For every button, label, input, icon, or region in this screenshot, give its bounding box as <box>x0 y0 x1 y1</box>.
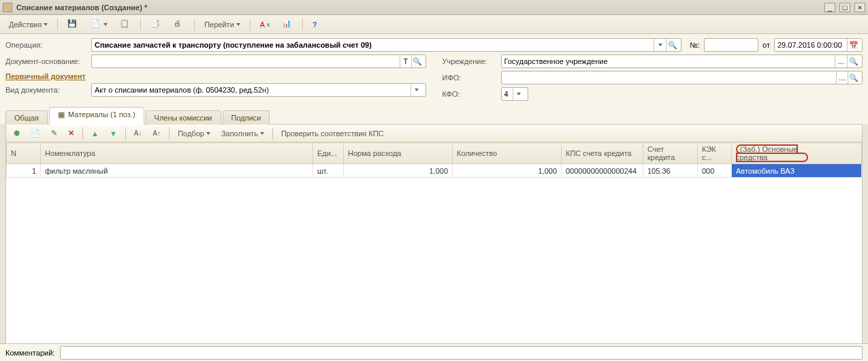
number-label: №: <box>690 41 700 49</box>
cell-n[interactable]: 1 <box>7 164 41 178</box>
help-icon: ? <box>312 20 317 29</box>
search-icon[interactable]: 🔍 <box>847 55 859 67</box>
tab-general[interactable]: Общая <box>5 110 48 125</box>
chevron-down-icon <box>206 132 210 135</box>
kfo-select[interactable]: 4 <box>501 87 528 101</box>
comment-label: Комментарий: <box>5 349 54 357</box>
goto-menu[interactable]: Перейти <box>199 17 245 32</box>
date-value: 29.07.2016 0:00:00 <box>777 41 847 49</box>
col-acct[interactable]: Счет кредита <box>643 143 698 164</box>
help-button[interactable]: ? <box>308 17 322 32</box>
col-asset[interactable]: (Заб.) Основные средства <box>732 143 862 164</box>
docbase-label: Документ-основание: <box>5 57 87 65</box>
col-nomen[interactable]: Номенклатура <box>41 143 313 164</box>
separator <box>169 127 170 140</box>
tab-materials[interactable]: ▦ Материалы (1 поз.) <box>49 107 144 125</box>
tab-commission[interactable]: Члены комиссии <box>146 110 221 125</box>
number-input[interactable] <box>704 38 758 52</box>
save-button[interactable]: 💾 <box>63 17 83 32</box>
move-down-button[interactable]: ▼ <box>105 126 122 141</box>
materials-grid[interactable]: N Номенклатура Еди... Норма расхода Коли… <box>6 142 862 349</box>
report-button[interactable]: 📊 <box>277 17 298 32</box>
cell-norm[interactable]: 1,000 <box>344 164 453 178</box>
date-input[interactable]: 29.07.2016 0:00:00 📅 <box>774 38 863 52</box>
copy-icon: 📑 <box>150 19 161 30</box>
tab-body: ⊕ 📄 ✎ ✕ ▲ ▼ A↓ A↑ Подбор Заполнить Прове… <box>5 124 863 350</box>
comment-input[interactable] <box>60 346 863 360</box>
col-kps[interactable]: КПС счета кредита <box>562 143 643 164</box>
search-icon[interactable]: 🔍 <box>666 39 678 51</box>
operation-select[interactable]: Списание запчастей к транспорту (поступл… <box>91 38 681 52</box>
chevron-down-icon[interactable] <box>411 84 423 96</box>
more-icon[interactable]: … <box>836 72 848 84</box>
cell-qty[interactable]: 1,000 <box>453 164 562 178</box>
close-button[interactable]: × <box>854 3 865 12</box>
actions-label: Действия <box>9 20 42 29</box>
doctype-select[interactable]: Акт о списании материалов (ф. 0504230, р… <box>91 83 426 97</box>
search-icon[interactable]: 🔍 <box>411 55 423 67</box>
tab-signatures[interactable]: Подписи <box>223 110 270 125</box>
save-icon: 💾 <box>67 19 78 30</box>
cell-unit[interactable]: шт. <box>313 164 344 178</box>
separator <box>140 18 141 31</box>
more-icon[interactable]: … <box>835 55 847 67</box>
calendar-icon[interactable]: 📅 <box>847 39 859 51</box>
sort-asc-icon: A↓ <box>134 129 142 137</box>
cell-kek[interactable]: 000 <box>698 164 732 178</box>
col-n[interactable]: N <box>7 143 41 164</box>
col-unit[interactable]: Еди... <box>313 143 344 164</box>
arrow-down-icon: ▼ <box>110 129 117 138</box>
table-row[interactable]: 1 фильтр масляный шт. 1,000 1,000 000000… <box>7 164 862 178</box>
separator <box>302 18 303 31</box>
kfo-value: 4 <box>504 90 513 98</box>
operation-label: Операция: <box>5 41 87 49</box>
print-button[interactable]: 🖨 <box>169 17 189 32</box>
separator <box>125 127 126 140</box>
ak-button[interactable]: Aк <box>255 17 274 32</box>
chevron-down-icon[interactable] <box>654 39 666 51</box>
grid-header: N Номенклатура Еди... Норма расхода Коли… <box>7 143 862 164</box>
chevron-down-icon <box>236 23 240 26</box>
kfo-label: КФО: <box>443 90 497 98</box>
col-kek[interactable]: КЭК с... <box>698 143 732 164</box>
doc-button[interactable]: 📋 <box>115 17 135 32</box>
text-select-icon[interactable]: T <box>400 55 411 67</box>
clone-row-button[interactable]: 📄 <box>26 126 45 141</box>
grid-toolbar: ⊕ 📄 ✎ ✕ ▲ ▼ A↓ A↑ Подбор Заполнить Прове… <box>6 125 862 142</box>
org-value: Государственное учреждение <box>504 57 835 65</box>
sort-asc-button[interactable]: A↓ <box>129 126 147 141</box>
ifo-label: ИФО: <box>443 74 497 82</box>
report-icon: 📊 <box>282 19 293 30</box>
ifo-select[interactable]: … 🔍 <box>501 71 863 84</box>
section-primary-doc: Первичный документ <box>5 72 426 80</box>
arrow-up-icon: ▲ <box>91 129 99 138</box>
separator <box>194 18 195 31</box>
chevron-down-icon[interactable] <box>513 88 525 100</box>
edit-row-button[interactable]: ✎ <box>46 126 62 141</box>
maximize-button[interactable]: □ <box>839 3 850 12</box>
col-qty[interactable]: Количество <box>453 143 562 164</box>
actions-menu[interactable]: Действия <box>4 17 52 32</box>
cell-asset[interactable]: Автомобиль ВАЗ <box>732 164 862 178</box>
search-icon[interactable]: 🔍 <box>848 72 859 84</box>
fill-menu[interactable]: Заполнить <box>216 126 269 141</box>
cell-nomen[interactable]: фильтр масляный <box>41 164 313 178</box>
operation-value: Списание запчастей к транспорту (поступл… <box>95 41 654 49</box>
org-select[interactable]: Государственное учреждение … 🔍 <box>501 54 863 68</box>
cell-acct[interactable]: 105.36 <box>643 164 698 178</box>
cell-kps[interactable]: 00000000000000244 <box>562 164 643 178</box>
check-kps-button[interactable]: Проверить соответствия КПС <box>276 126 389 141</box>
minimize-button[interactable]: _ <box>824 3 835 12</box>
col-norm[interactable]: Норма расхода <box>344 143 453 164</box>
pick-menu[interactable]: Подбор <box>173 126 215 141</box>
sort-desc-button[interactable]: A↑ <box>148 126 165 141</box>
docbase-input[interactable]: T 🔍 <box>91 54 426 68</box>
sort-desc-icon: A↑ <box>152 129 161 137</box>
from-label: от <box>762 41 770 49</box>
add-row-button[interactable]: ⊕ <box>9 126 25 141</box>
post-button[interactable]: 📄 <box>86 17 112 32</box>
move-up-button[interactable]: ▲ <box>86 126 103 141</box>
delete-row-button[interactable]: ✕ <box>63 126 79 141</box>
copy-button[interactable]: 📑 <box>146 17 166 32</box>
main-toolbar: Действия 💾 📄 📋 📑 🖨 Перейти Aк 📊 ? <box>0 15 868 34</box>
